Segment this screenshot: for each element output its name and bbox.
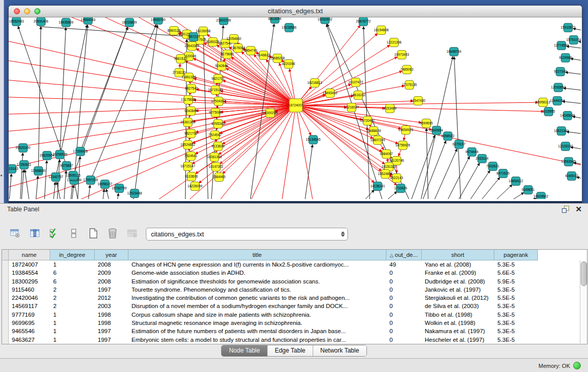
select-columns-button[interactable] (27, 226, 43, 241)
create-column-button[interactable] (85, 226, 101, 241)
network-edge (296, 86, 404, 105)
table-row[interactable]: 1872400712008Changes of HCN gene express… (2, 260, 587, 269)
tab-network-table[interactable]: Network Table (313, 345, 366, 356)
column-header-pagerank[interactable]: pagerank (494, 250, 538, 260)
table-row[interactable]: 946362711997Embryonic stem cells: a mode… (2, 336, 587, 344)
network-node-label: 12103197 (558, 144, 573, 148)
memory-status-label: Memory: OK (538, 363, 570, 369)
column-header-in_degree[interactable]: in_degree (50, 250, 95, 260)
table-selector-value: citations_edges.txt (146, 231, 338, 238)
network-node-label: 8220396 (282, 62, 295, 65)
network-node-label: 4522143 (390, 176, 403, 180)
desktop-background: ◂ citations_edges.txt 187240078 (0, 0, 588, 203)
row-gutter (2, 319, 9, 327)
table-cell-title: Corpus callosum shape and size in male p… (128, 311, 386, 319)
network-node-label: 17359928 (73, 149, 88, 153)
table-row[interactable]: 1938455462009Genome-wide association stu… (2, 269, 587, 277)
table-cell-in_degree: 6 (50, 277, 95, 286)
network-canvas[interactable]: 1872400789601288912955182260589827508818… (9, 17, 581, 199)
tab-node-table[interactable]: Node Table (222, 345, 267, 356)
table-row[interactable]: 1830029562008Estimation of significance … (2, 277, 587, 286)
network-edge (579, 41, 581, 43)
network-node-label: 9827549 (185, 86, 198, 90)
table-cell-out_degree: 0 (386, 302, 422, 310)
network-edge (102, 189, 104, 199)
network-edge (80, 27, 127, 151)
network-edge (296, 105, 316, 199)
table-cell-pagerank: 5.3E-5 (494, 260, 538, 269)
column-header-title[interactable]: title (128, 250, 386, 260)
network-node-label: 15720407 (360, 119, 375, 122)
clear-selection-button[interactable] (66, 226, 82, 241)
network-node-label: 19218586 (282, 26, 297, 29)
table-row[interactable]: 2242004622012Investigating the contribut… (2, 294, 587, 302)
table-header-row: namein_degreeyeartitle△out_de...shortpag… (2, 250, 587, 260)
tab-edge-table[interactable]: Edge Table (267, 345, 313, 356)
network-node-label: 18524851 (378, 172, 393, 176)
network-node-label: 16216813 (308, 81, 322, 84)
network-node-label: 10654112 (509, 179, 524, 183)
table-row[interactable]: 1456911722003Disruption of a novel membe… (2, 302, 587, 310)
column-header-out_degree[interactable]: △out_de... (386, 250, 422, 260)
table-row[interactable]: 946554611997Estimation of the future num… (2, 327, 587, 335)
float-panel-icon[interactable] (561, 205, 569, 213)
delete-column-button[interactable] (104, 226, 121, 241)
row-gutter (2, 286, 9, 294)
control-panel-collapsed-strip[interactable]: ◂ (0, 0, 4, 203)
select-rows-button[interactable] (46, 226, 62, 241)
sort-ascending-icon: △ (390, 253, 394, 258)
window-titlebar[interactable]: citations_edges.txt (9, 6, 582, 17)
table-cell-name: 14569117 (9, 302, 50, 310)
network-edge (513, 199, 536, 199)
memory-ok-indicator-icon[interactable] (573, 362, 581, 369)
network-edge (565, 72, 581, 75)
network-edge (563, 88, 581, 91)
network-graph[interactable]: 1872400789601288912955182260589827508818… (9, 17, 581, 199)
row-gutter (2, 277, 9, 286)
table-row[interactable]: 969969511998Structural magnetic resonanc… (2, 319, 587, 327)
column-header-year[interactable]: year (95, 250, 128, 260)
network-edge (280, 105, 296, 199)
column-header-gutter (2, 250, 9, 260)
table-cell-title: Tourette syndrome. Phenomenology and cla… (128, 286, 386, 294)
table-row[interactable]: 911546021997Tourette syndrome. Phenomeno… (2, 286, 587, 294)
column-header-name[interactable]: name (9, 250, 50, 260)
network-node-label: 12221398 (387, 40, 402, 44)
network-node-label: 12923448 (127, 191, 142, 195)
scrollbar-thumb[interactable] (581, 261, 587, 286)
table-cell-short: Tibbo et al. (1998) (422, 311, 494, 319)
network-view-window[interactable]: citations_edges.txt 18724007896012889129… (8, 5, 582, 203)
table-vertical-scrollbar[interactable] (580, 260, 587, 343)
table-body: 1872400712008Changes of HCN gene express… (2, 260, 587, 344)
network-node-label: 15958113 (536, 100, 551, 104)
table-selector-dropdown[interactable]: citations_edges.txt (146, 228, 348, 240)
network-node-label: 16033809 (122, 20, 137, 24)
table-row[interactable]: 977716911998Corpus callosum shape and si… (2, 311, 587, 319)
network-node-label: 7485063 (400, 68, 413, 71)
column-header-short[interactable]: short (422, 250, 494, 260)
network-node-label: 2718120 (172, 71, 186, 74)
panel-expand-arrow-icon[interactable]: ◂ (0, 173, 2, 178)
row-gutter (2, 336, 9, 344)
table-cell-in_degree: 1 (50, 260, 95, 269)
network-node-label: 20691406 (34, 19, 49, 23)
network-edge (454, 57, 461, 199)
network-node-label: 9821701 (211, 77, 225, 80)
table-cell-in_degree: 1 (50, 311, 95, 319)
network-edge (357, 190, 374, 199)
table-cell-name: 9465546 (9, 327, 50, 335)
table-cell-title: Embryonic stem cells: a model to study s… (128, 336, 386, 344)
table-mode-button[interactable] (7, 226, 24, 241)
network-node-label: 9821702 (184, 132, 198, 135)
network-node-label: 14136141 (371, 184, 385, 188)
network-edge (571, 59, 581, 61)
network-node-label: 20206536 (53, 152, 68, 156)
delete-table-button[interactable] (124, 226, 140, 241)
dropdown-stepper-icon (338, 228, 347, 240)
network-node-label: 20520390 (16, 146, 31, 149)
close-panel-icon[interactable]: ✕ (575, 205, 582, 213)
table-cell-short: Stergiakouli et al. (2012) (422, 294, 494, 302)
network-node-label: 9245651 (521, 188, 535, 191)
network-edge (465, 170, 490, 199)
network-node-label: 3915163 (9, 167, 18, 170)
